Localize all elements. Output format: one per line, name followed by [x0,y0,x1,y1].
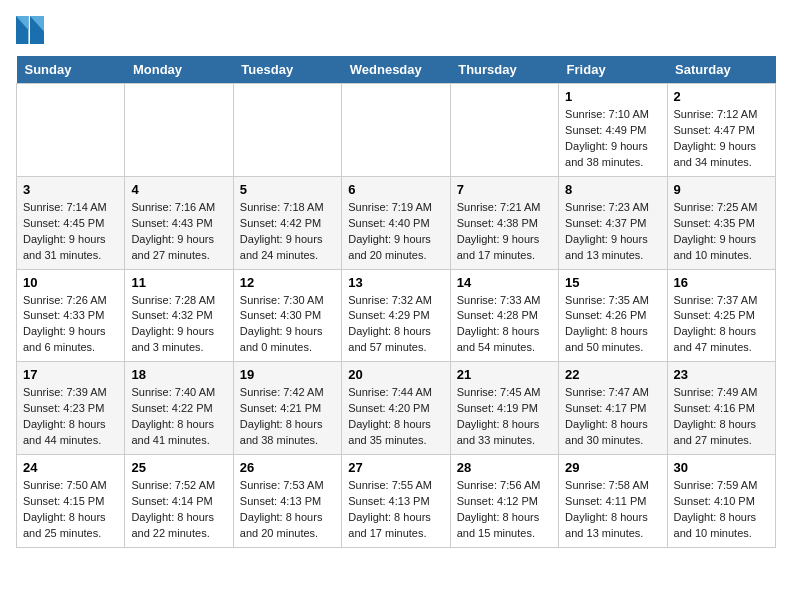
calendar-header-row: SundayMondayTuesdayWednesdayThursdayFrid… [17,56,776,84]
day-info: Sunrise: 7:37 AM Sunset: 4:25 PM Dayligh… [674,293,769,357]
calendar-week-2: 10Sunrise: 7:26 AM Sunset: 4:33 PM Dayli… [17,269,776,362]
header [16,16,776,44]
day-number: 6 [348,182,443,197]
day-info: Sunrise: 7:58 AM Sunset: 4:11 PM Dayligh… [565,478,660,542]
day-number: 25 [131,460,226,475]
day-number: 4 [131,182,226,197]
day-info: Sunrise: 7:40 AM Sunset: 4:22 PM Dayligh… [131,385,226,449]
day-info: Sunrise: 7:10 AM Sunset: 4:49 PM Dayligh… [565,107,660,171]
day-number: 29 [565,460,660,475]
day-number: 26 [240,460,335,475]
day-info: Sunrise: 7:32 AM Sunset: 4:29 PM Dayligh… [348,293,443,357]
day-info: Sunrise: 7:49 AM Sunset: 4:16 PM Dayligh… [674,385,769,449]
calendar-cell: 18Sunrise: 7:40 AM Sunset: 4:22 PM Dayli… [125,362,233,455]
calendar-cell [450,84,558,177]
day-number: 13 [348,275,443,290]
day-number: 9 [674,182,769,197]
calendar-cell: 5Sunrise: 7:18 AM Sunset: 4:42 PM Daylig… [233,176,341,269]
day-number: 17 [23,367,118,382]
day-info: Sunrise: 7:33 AM Sunset: 4:28 PM Dayligh… [457,293,552,357]
day-info: Sunrise: 7:56 AM Sunset: 4:12 PM Dayligh… [457,478,552,542]
calendar-cell: 2Sunrise: 7:12 AM Sunset: 4:47 PM Daylig… [667,84,775,177]
calendar-cell: 11Sunrise: 7:28 AM Sunset: 4:32 PM Dayli… [125,269,233,362]
day-info: Sunrise: 7:21 AM Sunset: 4:38 PM Dayligh… [457,200,552,264]
day-info: Sunrise: 7:19 AM Sunset: 4:40 PM Dayligh… [348,200,443,264]
calendar-cell: 30Sunrise: 7:59 AM Sunset: 4:10 PM Dayli… [667,455,775,548]
calendar-cell: 12Sunrise: 7:30 AM Sunset: 4:30 PM Dayli… [233,269,341,362]
calendar-cell: 17Sunrise: 7:39 AM Sunset: 4:23 PM Dayli… [17,362,125,455]
calendar-cell: 29Sunrise: 7:58 AM Sunset: 4:11 PM Dayli… [559,455,667,548]
calendar-cell: 26Sunrise: 7:53 AM Sunset: 4:13 PM Dayli… [233,455,341,548]
calendar-cell: 14Sunrise: 7:33 AM Sunset: 4:28 PM Dayli… [450,269,558,362]
calendar-cell: 20Sunrise: 7:44 AM Sunset: 4:20 PM Dayli… [342,362,450,455]
calendar-cell: 22Sunrise: 7:47 AM Sunset: 4:17 PM Dayli… [559,362,667,455]
day-info: Sunrise: 7:55 AM Sunset: 4:13 PM Dayligh… [348,478,443,542]
calendar-cell: 8Sunrise: 7:23 AM Sunset: 4:37 PM Daylig… [559,176,667,269]
day-number: 3 [23,182,118,197]
day-info: Sunrise: 7:35 AM Sunset: 4:26 PM Dayligh… [565,293,660,357]
calendar-cell: 28Sunrise: 7:56 AM Sunset: 4:12 PM Dayli… [450,455,558,548]
calendar-cell: 10Sunrise: 7:26 AM Sunset: 4:33 PM Dayli… [17,269,125,362]
calendar-cell: 15Sunrise: 7:35 AM Sunset: 4:26 PM Dayli… [559,269,667,362]
day-info: Sunrise: 7:47 AM Sunset: 4:17 PM Dayligh… [565,385,660,449]
calendar-cell [17,84,125,177]
day-number: 19 [240,367,335,382]
header-sunday: Sunday [17,56,125,84]
header-wednesday: Wednesday [342,56,450,84]
day-number: 30 [674,460,769,475]
header-thursday: Thursday [450,56,558,84]
day-info: Sunrise: 7:12 AM Sunset: 4:47 PM Dayligh… [674,107,769,171]
day-number: 15 [565,275,660,290]
calendar-week-1: 3Sunrise: 7:14 AM Sunset: 4:45 PM Daylig… [17,176,776,269]
day-number: 18 [131,367,226,382]
calendar-cell: 13Sunrise: 7:32 AM Sunset: 4:29 PM Dayli… [342,269,450,362]
calendar-cell: 25Sunrise: 7:52 AM Sunset: 4:14 PM Dayli… [125,455,233,548]
calendar-cell: 9Sunrise: 7:25 AM Sunset: 4:35 PM Daylig… [667,176,775,269]
calendar-cell: 3Sunrise: 7:14 AM Sunset: 4:45 PM Daylig… [17,176,125,269]
day-info: Sunrise: 7:52 AM Sunset: 4:14 PM Dayligh… [131,478,226,542]
day-info: Sunrise: 7:14 AM Sunset: 4:45 PM Dayligh… [23,200,118,264]
day-number: 16 [674,275,769,290]
calendar-cell: 23Sunrise: 7:49 AM Sunset: 4:16 PM Dayli… [667,362,775,455]
day-info: Sunrise: 7:26 AM Sunset: 4:33 PM Dayligh… [23,293,118,357]
day-number: 21 [457,367,552,382]
calendar-cell: 6Sunrise: 7:19 AM Sunset: 4:40 PM Daylig… [342,176,450,269]
day-number: 28 [457,460,552,475]
calendar-cell [233,84,341,177]
day-info: Sunrise: 7:25 AM Sunset: 4:35 PM Dayligh… [674,200,769,264]
logo-icon [16,16,44,44]
day-info: Sunrise: 7:39 AM Sunset: 4:23 PM Dayligh… [23,385,118,449]
calendar-cell: 24Sunrise: 7:50 AM Sunset: 4:15 PM Dayli… [17,455,125,548]
day-number: 2 [674,89,769,104]
day-number: 12 [240,275,335,290]
day-number: 14 [457,275,552,290]
day-number: 23 [674,367,769,382]
calendar-cell [342,84,450,177]
day-number: 7 [457,182,552,197]
header-friday: Friday [559,56,667,84]
calendar-table: SundayMondayTuesdayWednesdayThursdayFrid… [16,56,776,548]
day-number: 20 [348,367,443,382]
day-number: 5 [240,182,335,197]
header-saturday: Saturday [667,56,775,84]
calendar-cell [125,84,233,177]
day-number: 8 [565,182,660,197]
calendar-cell: 1Sunrise: 7:10 AM Sunset: 4:49 PM Daylig… [559,84,667,177]
day-number: 10 [23,275,118,290]
calendar-week-3: 17Sunrise: 7:39 AM Sunset: 4:23 PM Dayli… [17,362,776,455]
day-info: Sunrise: 7:30 AM Sunset: 4:30 PM Dayligh… [240,293,335,357]
day-info: Sunrise: 7:28 AM Sunset: 4:32 PM Dayligh… [131,293,226,357]
day-number: 22 [565,367,660,382]
day-info: Sunrise: 7:53 AM Sunset: 4:13 PM Dayligh… [240,478,335,542]
header-monday: Monday [125,56,233,84]
day-info: Sunrise: 7:23 AM Sunset: 4:37 PM Dayligh… [565,200,660,264]
day-number: 27 [348,460,443,475]
header-tuesday: Tuesday [233,56,341,84]
day-info: Sunrise: 7:50 AM Sunset: 4:15 PM Dayligh… [23,478,118,542]
calendar-cell: 27Sunrise: 7:55 AM Sunset: 4:13 PM Dayli… [342,455,450,548]
day-number: 24 [23,460,118,475]
calendar-cell: 7Sunrise: 7:21 AM Sunset: 4:38 PM Daylig… [450,176,558,269]
day-info: Sunrise: 7:59 AM Sunset: 4:10 PM Dayligh… [674,478,769,542]
calendar-cell: 19Sunrise: 7:42 AM Sunset: 4:21 PM Dayli… [233,362,341,455]
day-info: Sunrise: 7:18 AM Sunset: 4:42 PM Dayligh… [240,200,335,264]
